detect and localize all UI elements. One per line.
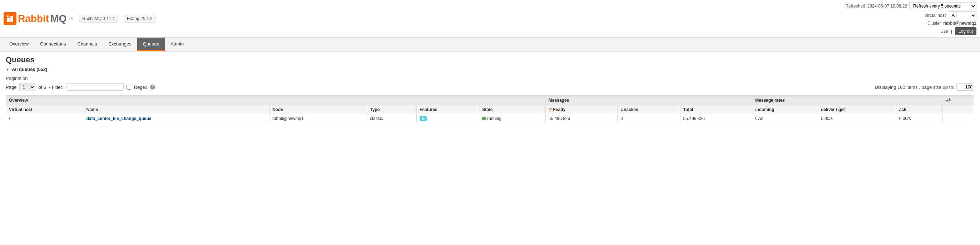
pagination-controls: Page 1 2 3 4 5 6 of 6 - Filter: Regex ? [6,83,155,91]
cell-virtual-host: / [6,114,83,123]
refreshed-label: Refreshed [845,3,865,9]
nav-bar: Overview Connections Channels Exchanges … [0,38,980,51]
cell-ready: 55,496,826 [546,114,617,123]
col-header-unacked: Unacked [617,105,680,114]
nav-tab-queues[interactable]: Queues [137,38,165,51]
col-header-spacer [942,105,974,114]
vhost-label: Virtual host [924,13,946,18]
logo-rabbit-text: Rabbit [18,13,49,24]
cluster-label: Cluster [928,21,941,26]
svg-rect-2 [7,15,9,17]
svg-rect-1 [10,16,13,22]
page-select[interactable]: 1 2 3 4 5 6 [19,83,35,91]
col-header-deliver-get: deliver / get [818,105,896,114]
use-label: Use [940,29,948,34]
nav-tab-exchanges[interactable]: Exchanges [103,38,137,51]
page-content: Queues ▼ All queues (552) Pagination Pag… [0,51,980,127]
logo-tm: TM [68,17,73,21]
vhost-row: Virtual host All / [924,11,977,19]
top-right-panel: Refreshed 2024-06-07 10:08:22 Refresh ev… [845,2,977,35]
section-label: All queues (552) [12,67,48,72]
filter-label: - Filter: [49,85,63,90]
section-toggle[interactable]: ▼ [6,67,10,72]
section-header: ▼ All queues (552) [6,67,974,72]
col-header-ack: ack [896,105,942,114]
pagination-section: Pagination Page 1 2 3 4 5 6 of 6 - Filte… [6,75,974,91]
state-dot [482,117,486,120]
col-header-incoming: incoming [752,105,818,114]
displaying-label: Displaying 100 items , page size up to: [875,85,954,90]
cell-incoming: 67/s [752,114,818,123]
group-header-messages: Messages [546,96,752,105]
page-title: Queues [6,55,974,64]
logo-icon [3,12,16,25]
pagination-label: Pagination [6,75,974,81]
col-header-name: Name [83,105,269,114]
group-header-overview: Overview [6,96,546,105]
col-header-node: Node [269,105,367,114]
col-header-virtual-host: Virtual host [6,105,83,114]
of-label: of 6 [38,85,46,90]
logo-area: RabbitMQTM RabbitMQ 3.11.4 Erlang 25.1.2 [3,12,156,25]
state-label: running [487,116,501,121]
cell-unacked: 0 [617,114,680,123]
col-header-features: Features [416,105,479,114]
help-icon[interactable]: ? [150,85,155,90]
cell-row-spacer [942,114,974,123]
logout-button[interactable]: Log out [955,27,977,35]
queues-table: Overview Messages Message rates +/- Virt… [6,95,974,123]
cell-node: rabbit@newmq1 [269,114,367,123]
svg-rect-0 [7,18,10,22]
cell-name: data_center_file_change_queue [83,114,269,123]
nav-tab-channels[interactable]: Channels [72,38,103,51]
cluster-row: Cluster rabbit@newmq1 [928,21,977,26]
col-header-type: Type [367,105,417,114]
group-header-message-rates: Message rates [752,96,943,105]
nav-tab-admin[interactable]: Admin [165,38,189,51]
cell-type: classic [367,114,417,123]
use-value: | [951,29,952,34]
sort-icon-ready: ▽ [549,107,552,112]
feature-badge-d: D [420,116,427,121]
page-size-input[interactable] [956,83,974,91]
nav-tab-overview[interactable]: Overview [3,38,34,51]
cell-features: D [416,114,479,123]
table-row: / data_center_file_change_queue rabbit@n… [6,114,974,123]
logo: RabbitMQTM [3,12,73,25]
cluster-name: rabbit@newmq1 [943,21,977,26]
filter-input[interactable] [67,83,124,91]
regex-checkbox[interactable] [127,85,131,90]
cell-deliver-get: 0.00/s [818,114,896,123]
plus-minus-button[interactable]: +/- [942,96,974,105]
erlang-version: Erlang 25.1.2 [124,15,156,22]
refreshed-time: 2024-06-07 10:08:22 [867,3,907,9]
use-row: Use | Log out [940,27,977,35]
vhost-select[interactable]: All / [948,11,977,19]
col-label-ready: Ready [552,107,565,112]
refresh-select[interactable]: Refresh every 5 seconds No refresh Refre… [909,2,977,10]
state-running: running [482,116,542,121]
queue-name-link[interactable]: data_center_file_change_queue [86,116,151,121]
col-header-ready[interactable]: ▽ Ready [546,105,617,114]
col-header-state: State [479,105,546,114]
cell-state: running [479,114,546,123]
top-bar: RabbitMQTM RabbitMQ 3.11.4 Erlang 25.1.2… [0,0,980,38]
page-label: Page [6,85,16,90]
logo-mq-text: MQ [50,13,67,24]
rabbitmq-version: RabbitMQ 3.11.4 [79,15,118,22]
nav-tab-connections[interactable]: Connections [34,38,72,51]
regex-label: Regex [134,85,148,90]
refresh-row: Refreshed 2024-06-07 10:08:22 Refresh ev… [845,2,977,10]
col-header-total: Total [680,105,752,114]
cell-ack: 0.00/s [896,114,942,123]
cell-total: 55,496,826 [680,114,752,123]
pagination-right: Displaying 100 items , page size up to: [875,83,974,91]
